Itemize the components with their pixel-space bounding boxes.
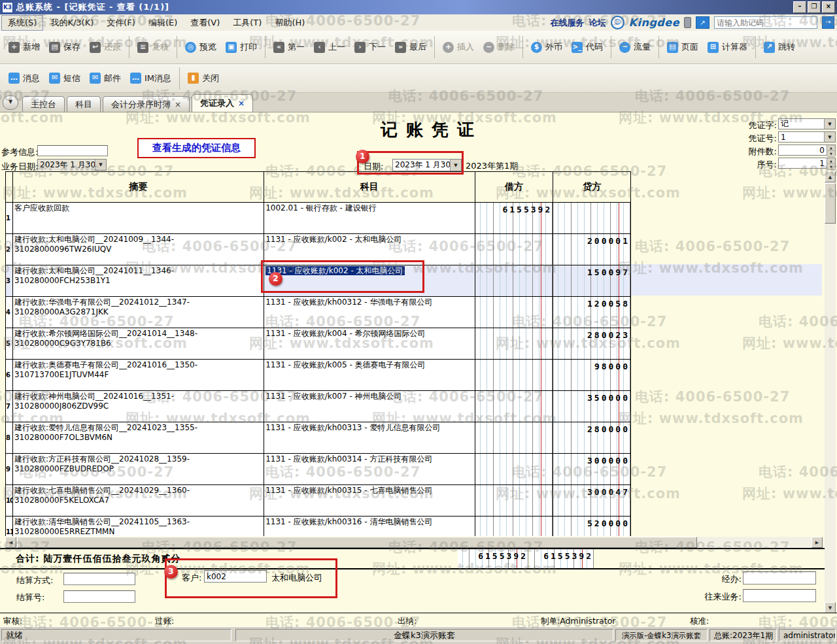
chevron-down-icon[interactable]: ▼	[450, 160, 461, 171]
debit-cell[interactable]	[475, 328, 553, 359]
tab-close-icon[interactable]: ×	[238, 99, 245, 108]
debit-cell[interactable]	[475, 265, 553, 296]
summary-cell[interactable]: 建行收款:七喜电脑销售公司__20241029__1360-310280000F…	[12, 485, 264, 516]
menu-myk3[interactable]: 我的K/3(K)	[44, 16, 99, 30]
scrollbar-thumb[interactable]	[825, 183, 836, 224]
credit-cell[interactable]: 98000	[553, 360, 630, 390]
currency-button[interactable]: $外币	[526, 38, 567, 56]
scroll-up-icon[interactable]: ▲	[825, 171, 836, 182]
credit-cell[interactable]: 300000	[553, 454, 630, 484]
mobile-phone-icon[interactable]	[684, 17, 691, 28]
horizontal-scrollbar[interactable]: ◀ ▶	[5, 537, 823, 548]
chevron-down-icon[interactable]: ▼	[824, 132, 835, 142]
menu-system[interactable]: 系统(S)	[1, 15, 43, 31]
credit-cell[interactable]: 350000	[553, 391, 630, 422]
scroll-right-icon[interactable]: ▶	[811, 537, 823, 548]
account-cell[interactable]: 1131 - 应收账款/k002 - 太和电脑公司	[264, 234, 474, 265]
close-button[interactable]: ×	[822, 1, 835, 13]
voucher-no-combo[interactable]: 1▼	[778, 131, 836, 143]
insert-button[interactable]: +插入	[438, 38, 479, 56]
account-cell[interactable]: 1131 - 应收账款/kh00312 - 华强电子有限公司	[264, 297, 474, 328]
save-button[interactable]: ▤保存	[44, 38, 85, 56]
restore-button[interactable]: ❐	[808, 1, 821, 13]
ref-info-input[interactable]	[37, 145, 108, 156]
summary-cell[interactable]: 建行收款:太和电脑公司__20241011__1346-310280000FCH…	[12, 265, 264, 296]
customer-code-input[interactable]	[204, 570, 267, 583]
debit-cell[interactable]	[475, 485, 553, 516]
summary-cell[interactable]: 建行收款:爱特儿信息有限公司__20241023__1355-310280000…	[12, 422, 264, 453]
attachments-stepper[interactable]: 0 ▲▼	[778, 144, 836, 156]
preview-button[interactable]: ◎预览	[180, 38, 221, 56]
go-arrow-button[interactable]: →	[822, 16, 834, 29]
spin-up-icon[interactable]: ▲	[827, 145, 835, 151]
close-button[interactable]: ▮关闭	[183, 69, 224, 88]
account-cell[interactable]: 1131 - 应收账款/kh00316 - 清华电脑销售公司	[264, 517, 474, 536]
menu-edit[interactable]: 编辑(E)	[143, 16, 183, 30]
scrollbar-thumb[interactable]	[17, 537, 697, 548]
account-cell[interactable]: 1131 - 应收账款/k002 - 太和电脑公司	[264, 265, 474, 296]
debit-cell[interactable]	[475, 391, 553, 422]
table-row[interactable]: 2建行收款:太和电脑公司__20241009__1344-31028000096…	[6, 234, 630, 265]
date-combo[interactable]: 2023年 1 月30日▼	[392, 159, 462, 171]
first-button[interactable]: «第一	[269, 38, 309, 56]
chevron-down-icon[interactable]: ▼	[95, 160, 106, 170]
delete-button[interactable]: −删除	[479, 38, 519, 56]
forum-link[interactable]: 论坛	[589, 17, 606, 29]
summary-cell[interactable]: 建行收款:华强电子有限公司__20241012__1347-310280000A…	[12, 297, 264, 328]
account-cell[interactable]: 1131 - 应收账款/k005 - 奥德赛电子有限公司	[264, 360, 474, 390]
undo-button[interactable]: ↩还原	[85, 38, 126, 56]
tab-close-icon[interactable]: ×	[175, 100, 181, 109]
menu-help[interactable]: 帮助(H)	[269, 16, 311, 30]
account-cell[interactable]: 1131 - 应收账款/k004 - 希尔顿网络国际公司	[264, 328, 474, 359]
table-row[interactable]: 4建行收款:华强电子有限公司__20241012__1347-310280000…	[6, 297, 630, 328]
next-button[interactable]: ›下一	[350, 38, 390, 56]
chevron-down-icon[interactable]: ▼	[824, 119, 835, 129]
credit-cell[interactable]	[553, 203, 630, 233]
page-button[interactable]: ▤页面	[662, 38, 703, 56]
debit-cell[interactable]	[475, 454, 553, 484]
scroll-left-icon[interactable]: ◀	[5, 537, 16, 548]
online-service-link[interactable]: 在线服务	[551, 17, 585, 29]
review-button[interactable]: ≡复核	[133, 38, 173, 56]
debit-cell[interactable]	[475, 234, 553, 265]
view-generated-voucher-button[interactable]: 查看生成的凭证信息	[137, 138, 256, 158]
settle-method-input[interactable]	[63, 573, 135, 585]
table-row[interactable]: 7建行收款:神州电脑公司__20241016__1351-310280000J8…	[6, 391, 630, 422]
summary-cell[interactable]: 建行收款:奥德赛电子有限公司__20241016__1350-310713700…	[12, 360, 264, 390]
account-cell[interactable]: 1002.01 - 银行存款 - 建设银行	[264, 203, 474, 233]
debit-cell[interactable]	[475, 297, 553, 328]
jump-button[interactable]: ↗跳转	[759, 38, 800, 56]
tab-dropdown-icon[interactable]: ▼	[3, 95, 18, 110]
im-button[interactable]: …IM消息	[126, 69, 176, 88]
summary-cell[interactable]: 建行收款:清华电脑销售公司__20241105__1363-310280000E…	[12, 517, 264, 536]
debit-cell[interactable]	[475, 422, 553, 453]
table-row[interactable]: 11建行收款:清华电脑销售公司__20241105__1363-31028000…	[6, 517, 630, 536]
tab-2[interactable]: 科目	[67, 96, 101, 112]
summary-cell[interactable]: 建行收款:神州电脑公司__20241016__1351-310280000J80…	[12, 391, 264, 422]
flow-button[interactable]: ~流量	[615, 38, 655, 56]
account-cell[interactable]: 1131 - 应收账款/k007 - 神州电脑公司	[264, 391, 474, 422]
operator-input[interactable]	[743, 571, 816, 585]
tab-4[interactable]: 凭证录入×	[192, 94, 253, 112]
voucher-word-combo[interactable]: 记▼	[778, 118, 836, 129]
account-cell[interactable]: 1131 - 应收账款/kh00314 - 方正科技有限公司	[264, 454, 474, 484]
mnemonic-input[interactable]	[714, 16, 817, 29]
last-button[interactable]: »最后	[390, 38, 431, 56]
print-button[interactable]: ▣打印	[221, 38, 262, 56]
credit-cell[interactable]: 280023	[553, 328, 630, 359]
summary-cell[interactable]: 客户应收款回款	[12, 203, 264, 233]
credit-cell[interactable]: 120058	[553, 297, 630, 328]
tab-1[interactable]: 主控台	[22, 96, 65, 112]
message-button[interactable]: …消息	[4, 69, 44, 88]
credit-cell[interactable]: 520000	[553, 517, 630, 536]
prev-button[interactable]: ‹上一	[309, 38, 350, 56]
table-row[interactable]: 3建行收款:太和电脑公司__20241011__1346-310280000FC…	[6, 265, 630, 297]
sms-button[interactable]: ✉短信	[44, 69, 85, 88]
table-row[interactable]: 1客户应收款回款1002.01 - 银行存款 - 建设银行6155392	[6, 203, 630, 234]
minimize-button[interactable]: –	[793, 1, 806, 13]
menu-file[interactable]: 文件(F)	[101, 16, 141, 30]
account-cell[interactable]: 1131 - 应收账款/kh00315 - 七喜电脑销售公司	[264, 485, 474, 516]
spin-up-icon[interactable]: ▲	[827, 158, 835, 164]
tab-3[interactable]: 会计分录序时簿×	[103, 96, 190, 112]
quick-launch-icon[interactable]: ↗	[696, 16, 709, 29]
